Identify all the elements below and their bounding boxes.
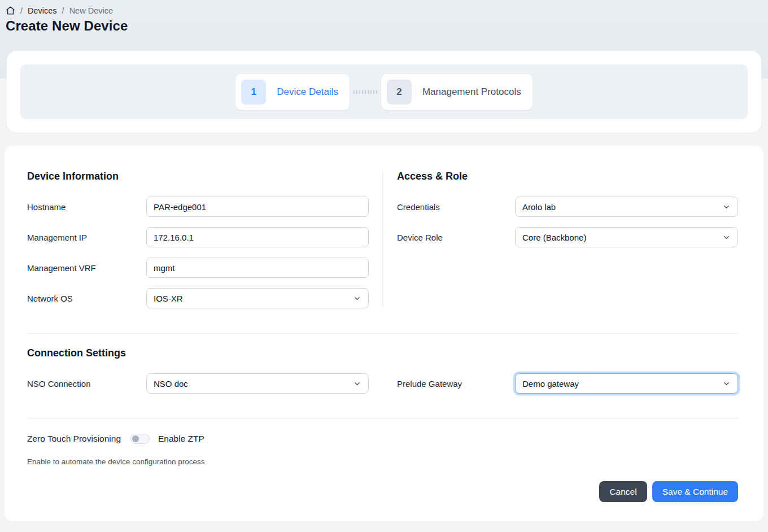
breadcrumb-separator: / [62, 6, 64, 15]
management-vrf-input[interactable] [146, 258, 369, 278]
nso-connection-field-row: NSO Connection NSO doc [27, 373, 369, 394]
breadcrumb-item-new-device: New Device [69, 6, 113, 15]
device-information-title: Device Information [27, 171, 369, 182]
breadcrumb: / Devices / New Device [6, 6, 768, 15]
management-ip-field-row: Management IP [27, 227, 369, 247]
stepper-card: 1 Device Details 2 Management Protocols [7, 51, 761, 133]
device-role-selected-value: Core (Backbone) [522, 233, 586, 242]
section-device-info-access-role: Device Information Hostname Management I… [27, 171, 738, 308]
management-vrf-field-row: Management VRF [27, 258, 369, 278]
prelude-gateway-field-row: Prelude Gateway Demo gateway [397, 373, 738, 394]
prelude-gateway-selected-value: Demo gateway [522, 379, 579, 389]
step-number-badge: 1 [241, 80, 266, 104]
device-information-section: Device Information Hostname Management I… [27, 171, 382, 308]
breadcrumb-item-devices[interactable]: Devices [28, 6, 57, 15]
device-role-select[interactable]: Core (Backbone) [515, 227, 738, 247]
prelude-gateway-label: Prelude Gateway [397, 379, 515, 389]
nso-connection-select[interactable]: NSO doc [146, 373, 369, 394]
breadcrumb-separator: / [20, 6, 23, 15]
ztp-toggle-label: Enable ZTP [158, 434, 204, 444]
access-role-title: Access & Role [397, 171, 738, 182]
save-and-continue-button[interactable]: Save & Continue [652, 481, 738, 502]
stepper-panel: 1 Device Details 2 Management Protocols [20, 64, 748, 119]
chevron-down-icon [722, 203, 731, 211]
credentials-label: Credentials [397, 202, 515, 212]
credentials-field-row: Credentials Arolo lab [397, 197, 738, 217]
nso-connection-label: NSO Connection [27, 379, 146, 389]
access-role-section: Access & Role Credentials Arolo lab Devi… [382, 171, 738, 308]
step-label: Management Protocols [422, 86, 521, 98]
network-os-label: Network OS [27, 294, 146, 303]
chevron-down-icon [353, 380, 361, 388]
network-os-select[interactable]: IOS-XR [146, 288, 369, 308]
section-divider [27, 418, 738, 418]
management-ip-input[interactable] [146, 227, 369, 247]
management-ip-label: Management IP [27, 233, 146, 242]
chevron-down-icon [353, 294, 361, 303]
step-label: Device Details [277, 86, 338, 98]
hostname-label: Hostname [27, 202, 146, 212]
nso-connection-selected-value: NSO doc [154, 379, 188, 389]
step-device-details[interactable]: 1 Device Details [235, 74, 350, 110]
hostname-input[interactable] [146, 197, 369, 217]
create-device-form-card: Device Information Hostname Management I… [5, 146, 763, 521]
ztp-label: Zero Touch Provisioning [27, 434, 121, 444]
chevron-down-icon [722, 380, 731, 388]
step-connector-dotted-line [354, 90, 377, 94]
step-management-protocols[interactable]: 2 Management Protocols [381, 74, 533, 110]
connection-settings-title: Connection Settings [27, 347, 738, 359]
home-icon[interactable] [6, 6, 15, 15]
ztp-toggle-knob [132, 435, 139, 442]
chevron-down-icon [722, 233, 731, 242]
prelude-gateway-column: Prelude Gateway Demo gateway [382, 373, 738, 394]
management-vrf-label: Management VRF [27, 263, 146, 273]
page-header: / Devices / New Device Create New Device [0, 0, 768, 34]
network-os-selected-value: IOS-XR [154, 294, 183, 303]
section-connection-settings: NSO Connection NSO doc Prelude Gateway D… [27, 373, 738, 394]
cancel-button[interactable]: Cancel [599, 481, 647, 502]
nso-connection-column: NSO Connection NSO doc [27, 373, 382, 394]
hostname-field-row: Hostname [27, 197, 369, 217]
device-role-label: Device Role [397, 233, 515, 242]
step-number-badge: 2 [387, 80, 412, 104]
page-title: Create New Device [6, 18, 768, 34]
form-actions: Cancel Save & Continue [27, 481, 738, 502]
section-divider [27, 333, 738, 334]
credentials-select[interactable]: Arolo lab [515, 197, 738, 217]
network-os-field-row: Network OS IOS-XR [27, 288, 369, 308]
ztp-toggle[interactable] [130, 434, 150, 444]
ztp-helper-text: Enable to automate the device configurat… [27, 457, 738, 466]
device-role-field-row: Device Role Core (Backbone) [397, 227, 738, 247]
credentials-selected-value: Arolo lab [522, 202, 556, 212]
ztp-row: Zero Touch Provisioning Enable ZTP [27, 434, 738, 444]
prelude-gateway-select[interactable]: Demo gateway [515, 373, 738, 394]
